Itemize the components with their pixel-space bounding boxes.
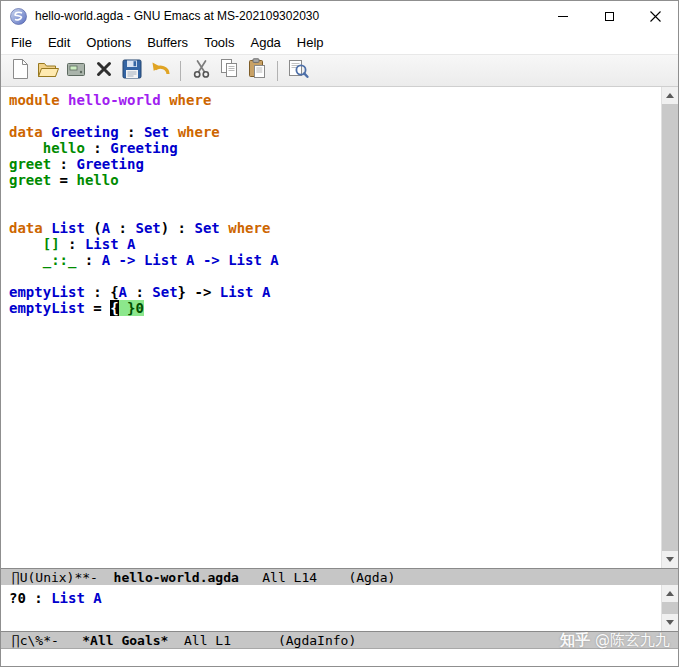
code-token: : [85, 140, 110, 156]
dired-button[interactable] [62, 57, 90, 85]
code-buffer[interactable]: module hello-world where data Greeting :… [1, 87, 661, 568]
scroll-up-button[interactable] [662, 87, 678, 104]
cut-icon [192, 59, 211, 83]
code-token: A [119, 284, 127, 300]
search-button[interactable] [284, 57, 312, 85]
code-token: { [110, 300, 118, 316]
copy-button[interactable] [215, 57, 243, 85]
dired-icon [65, 59, 87, 83]
code-token: List A [220, 284, 271, 300]
open-file-button[interactable] [34, 57, 62, 85]
info-scrollbar-thumb[interactable] [662, 602, 678, 614]
info-scrollbar[interactable] [661, 585, 678, 631]
code-line [9, 204, 661, 220]
code-token [9, 236, 43, 252]
code-line: data Greeting : Set where [9, 124, 661, 140]
minibuffer[interactable] [1, 649, 678, 666]
main-window: module hello-world where data Greeting :… [1, 87, 678, 568]
agda-info-window: ?0 : List A [1, 585, 678, 631]
code-token: : [60, 236, 85, 252]
code-token: hello-world [68, 92, 161, 108]
code-token: List A [51, 590, 102, 606]
code-token: data [9, 124, 51, 140]
modeline-buffer-name: *All Goals* [82, 633, 168, 648]
code-token [220, 220, 228, 236]
code-line: ?0 : List A [9, 590, 661, 606]
modeline-position: All L14 (Agda) [239, 570, 396, 585]
window-controls [540, 1, 678, 31]
code-token: = [51, 172, 76, 188]
title-bar[interactable]: hello-world.agda - GNU Emacs at MS-20210… [1, 1, 678, 31]
code-token: A [102, 220, 110, 236]
code-line: module hello-world where [9, 92, 661, 108]
main-scrollbar[interactable] [661, 87, 678, 568]
code-line: emptyList = { }0 [9, 300, 661, 316]
scroll-down-button[interactable] [662, 551, 678, 568]
arrow-down-icon [666, 620, 674, 625]
menu-file[interactable]: File [3, 33, 40, 52]
kill-buffer-icon [95, 60, 113, 82]
code-token: = [85, 300, 110, 316]
modeline-buffer-name: hello-world.agda [114, 570, 239, 585]
paste-icon [247, 58, 267, 83]
modeline-coding-indicator: ∏c\%*- [4, 633, 82, 648]
code-line: _::_ : A -> List A -> List A [9, 252, 661, 268]
code-token: where [228, 220, 270, 236]
menu-options[interactable]: Options [78, 33, 139, 52]
new-file-button[interactable] [6, 57, 34, 85]
code-line [9, 108, 661, 124]
info-scroll-up-button[interactable] [662, 585, 678, 602]
code-token: where [178, 124, 220, 140]
menu-agda[interactable]: Agda [242, 33, 288, 52]
watermark-handle: @陈玄九九 [595, 631, 670, 649]
toolbar-separator [180, 61, 181, 81]
code-token: module [9, 92, 68, 108]
toolbar-separator [277, 61, 278, 81]
code-token [9, 252, 43, 268]
new-file-icon [11, 58, 30, 84]
code-token: where [169, 92, 211, 108]
code-token: hello [43, 140, 85, 156]
paste-button[interactable] [243, 57, 271, 85]
menu-help[interactable]: Help [289, 33, 332, 52]
code-token: : [51, 156, 76, 172]
undo-icon [149, 59, 171, 83]
undo-button[interactable] [146, 57, 174, 85]
code-token: greet [9, 156, 51, 172]
code-token: } -> [178, 284, 220, 300]
code-token [9, 140, 43, 156]
code-token: A -> List A -> List A [102, 252, 279, 268]
main-scrollbar-thumb[interactable] [662, 104, 678, 551]
emacs-logo-icon [10, 8, 27, 25]
search-icon [288, 59, 309, 83]
code-line: hello : Greeting [9, 140, 661, 156]
save-buffer-button[interactable] [118, 57, 146, 85]
maximize-button[interactable] [586, 1, 632, 31]
code-token: hello [76, 172, 118, 188]
close-icon [650, 11, 661, 22]
code-token: Set [194, 220, 219, 236]
info-scroll-down-button[interactable] [662, 614, 678, 631]
close-button[interactable] [632, 1, 678, 31]
minimize-icon [558, 16, 568, 17]
arrow-up-icon [666, 93, 674, 98]
code-token: }0 [119, 300, 144, 316]
mode-line-main: ∏U(Unix)**- hello-world.agda All L14 (Ag… [1, 568, 678, 585]
minimize-button[interactable] [540, 1, 586, 31]
kill-buffer-button[interactable] [90, 57, 118, 85]
agda-info-buffer[interactable]: ?0 : List A [1, 585, 661, 631]
code-token: ( [85, 220, 102, 236]
code-line: greet = hello [9, 172, 661, 188]
code-token: [] [43, 236, 60, 252]
menu-buffers[interactable]: Buffers [139, 33, 196, 52]
code-line: greet : Greeting [9, 156, 661, 172]
code-token: _::_ [43, 252, 77, 268]
code-token: Greeting [110, 140, 177, 156]
menu-edit[interactable]: Edit [40, 33, 78, 52]
watermark: 知乎@陈玄九九 [560, 631, 670, 650]
cut-button[interactable] [187, 57, 215, 85]
code-token: Greeting [51, 124, 118, 140]
menu-tools[interactable]: Tools [196, 33, 242, 52]
window-title: hello-world.agda - GNU Emacs at MS-20210… [35, 9, 319, 23]
code-token [169, 124, 177, 140]
